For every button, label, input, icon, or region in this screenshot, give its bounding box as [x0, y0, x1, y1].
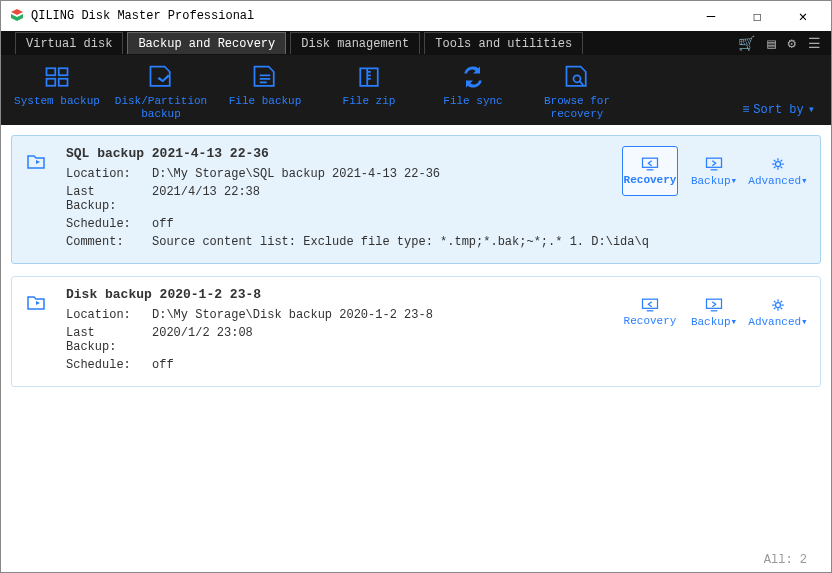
folder-icon — [26, 146, 66, 253]
file-backup-button[interactable]: File backup — [213, 63, 317, 108]
chevron-down-icon: ▾ — [808, 102, 815, 117]
close-button[interactable]: ✕ — [783, 2, 823, 30]
comment-value: Source content list: Exclude file type: … — [152, 235, 649, 249]
advanced-gear-icon — [768, 297, 788, 313]
last-backup-label: Last Backup: — [66, 185, 152, 213]
svg-rect-8 — [643, 299, 658, 308]
system-backup-button[interactable]: System backup — [5, 63, 109, 108]
svg-rect-9 — [707, 299, 722, 308]
file-backup-icon — [251, 63, 279, 91]
folder-icon — [26, 287, 66, 376]
titlebar: QILING Disk Master Professional — ☐ ✕ — [1, 1, 831, 31]
file-backup-label: File backup — [229, 95, 302, 108]
backup-label: Backup▾ — [691, 174, 737, 187]
sort-icon: ≡ — [742, 103, 749, 117]
svg-rect-1 — [59, 68, 68, 75]
file-sync-label: File sync — [443, 95, 502, 108]
tab-backup-recovery[interactable]: Backup and Recovery — [127, 32, 286, 54]
svg-point-4 — [574, 75, 581, 82]
cart-icon[interactable]: 🛒 — [738, 35, 755, 52]
task-actions: Recovery Backup▾ Advanced▾ — [622, 287, 806, 337]
disk-partition-icon — [147, 63, 175, 91]
file-zip-icon — [355, 63, 383, 91]
recovery-icon — [640, 297, 660, 313]
gear-icon[interactable]: ⚙ — [788, 35, 796, 52]
advanced-gear-icon — [768, 156, 788, 172]
comment-label: Comment: — [66, 235, 152, 249]
window-title: QILING Disk Master Professional — [31, 9, 685, 23]
advanced-button[interactable]: Advanced▾ — [750, 146, 806, 196]
last-backup-value: 2021/4/13 22:38 — [152, 185, 260, 213]
disk-partition-label: Disk/Partition backup — [115, 95, 207, 121]
system-backup-label: System backup — [14, 95, 100, 108]
svg-rect-0 — [47, 68, 56, 75]
statusbar: All: 2 — [1, 548, 831, 572]
backup-icon — [704, 297, 724, 313]
file-sync-icon — [459, 63, 487, 91]
advanced-button[interactable]: Advanced▾ — [750, 287, 806, 337]
backup-label: Backup▾ — [691, 315, 737, 328]
tab-disk-management[interactable]: Disk management — [290, 32, 420, 54]
svg-rect-2 — [47, 79, 56, 86]
browse-recovery-button[interactable]: Browse for recovery — [525, 63, 629, 121]
backup-button[interactable]: Backup▾ — [686, 146, 742, 196]
recovery-button[interactable]: Recovery — [622, 146, 678, 196]
svg-point-7 — [776, 161, 781, 166]
browse-recovery-icon — [563, 63, 591, 91]
advanced-label: Advanced▾ — [748, 315, 807, 328]
svg-rect-5 — [643, 158, 658, 167]
svg-point-10 — [776, 302, 781, 307]
disk-partition-backup-button[interactable]: Disk/Partition backup — [109, 63, 213, 121]
backup-task-card[interactable]: SQL backup 2021-4-13 22-36 Location:D:\M… — [11, 135, 821, 264]
tab-tools-utilities[interactable]: Tools and utilities — [424, 32, 583, 54]
recovery-icon — [640, 156, 660, 172]
svg-rect-6 — [707, 158, 722, 167]
last-backup-value: 2020/1/2 23:08 — [152, 326, 253, 354]
sort-by-label: Sort by — [753, 103, 803, 117]
recovery-button[interactable]: Recovery — [622, 287, 678, 337]
app-logo-icon — [9, 8, 25, 24]
list-icon[interactable]: ▤ — [767, 35, 775, 52]
menu-icon[interactable]: ☰ — [808, 35, 821, 52]
toolbar: System backup Disk/Partition backup File… — [1, 55, 831, 125]
last-backup-label: Last Backup: — [66, 326, 152, 354]
task-list: SQL backup 2021-4-13 22-36 Location:D:\M… — [1, 125, 831, 548]
backup-icon — [704, 156, 724, 172]
file-zip-button[interactable]: File zip — [317, 63, 421, 108]
location-value: D:\My Storage\SQL backup 2021-4-13 22-36 — [152, 167, 440, 181]
schedule-value: off — [152, 358, 174, 372]
file-zip-label: File zip — [343, 95, 396, 108]
location-label: Location: — [66, 308, 152, 322]
task-count: All: 2 — [764, 553, 807, 567]
system-backup-icon — [43, 63, 71, 91]
task-actions: Recovery Backup▾ Advanced▾ — [622, 146, 806, 196]
location-value: D:\My Storage\Disk backup 2020-1-2 23-8 — [152, 308, 433, 322]
tab-virtual-disk[interactable]: Virtual disk — [15, 32, 123, 54]
svg-rect-3 — [59, 79, 68, 86]
recovery-label: Recovery — [624, 174, 677, 186]
maximize-button[interactable]: ☐ — [737, 2, 777, 30]
schedule-label: Schedule: — [66, 217, 152, 231]
recovery-label: Recovery — [624, 315, 677, 327]
backup-task-card[interactable]: Disk backup 2020-1-2 23-8 Location:D:\My… — [11, 276, 821, 387]
browse-recovery-label: Browse for recovery — [544, 95, 610, 121]
schedule-label: Schedule: — [66, 358, 152, 372]
menu-right-icons: 🛒 ▤ ⚙ ☰ — [738, 35, 831, 52]
location-label: Location: — [66, 167, 152, 181]
file-sync-button[interactable]: File sync — [421, 63, 525, 108]
sort-by-button[interactable]: ≡ Sort by ▾ — [742, 102, 815, 117]
menubar: Virtual disk Backup and Recovery Disk ma… — [1, 31, 831, 55]
backup-button[interactable]: Backup▾ — [686, 287, 742, 337]
advanced-label: Advanced▾ — [748, 174, 807, 187]
schedule-value: off — [152, 217, 174, 231]
minimize-button[interactable]: — — [691, 2, 731, 30]
